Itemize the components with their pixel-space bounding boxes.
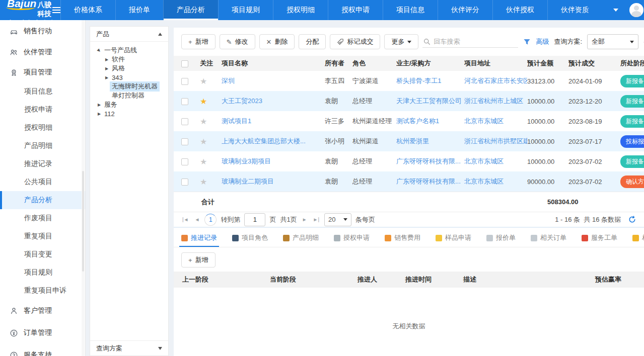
nav-item-auth-detail[interactable]: 授权明细 <box>273 0 328 20</box>
project-name-link[interactable]: 玻璃制业3期项目 <box>222 157 271 165</box>
scheme-select[interactable]: 全部 <box>587 34 638 49</box>
nav-item-partner-quality[interactable]: 伙伴资质 <box>547 0 602 20</box>
nav-more-caret-icon[interactable] <box>602 0 629 20</box>
detail-add-button[interactable]: +新增 <box>181 252 216 268</box>
filter-funnel-icon[interactable] <box>523 38 531 46</box>
collapsed-arrow-icon[interactable]: ▶ <box>96 112 102 116</box>
sidebar-item-project-info[interactable]: 项目信息 <box>0 82 85 101</box>
buyer-link[interactable]: 广东呀呀呀科技有限... <box>396 157 461 165</box>
col-role[interactable]: 角色 <box>352 59 396 68</box>
table-row[interactable]: ★ 上海大大航空集团总部大楼... 张小明 杭州渠道 杭州爱浙里 浙江省杭州市拱… <box>174 131 644 151</box>
nav-item-quotation[interactable]: 报价单 <box>115 0 163 20</box>
tree-node-112[interactable]: ▶112 <box>90 109 168 118</box>
project-name-link[interactable]: 玻璃制业二期项目 <box>222 177 274 185</box>
sidebar-item-auth-detail[interactable]: 授权明细 <box>0 119 85 137</box>
first-page-icon[interactable]: |◄ <box>181 217 190 222</box>
tree-node-software[interactable]: ▶软件 <box>90 55 168 64</box>
collapsed-arrow-icon[interactable]: ▶ <box>104 57 110 62</box>
row-checkbox[interactable] <box>181 158 188 165</box>
sidebar-group-sales-action[interactable]: 销售行动 <box>0 20 85 42</box>
sidebar-group-partner-mgmt[interactable]: 伙伴管理 <box>0 42 85 62</box>
project-name-link[interactable]: 上海大大航空集团总部大楼... <box>222 137 306 145</box>
project-name-link[interactable]: 测试项目1 <box>222 117 251 125</box>
tab-progress-record[interactable]: 推进记录 <box>181 229 217 247</box>
table-row[interactable]: ★ 玻璃制业3期项目 袁朗 总经理 广东呀呀呀科技有限... 北京市东城区 10… <box>174 151 644 171</box>
sidebar-group-service-support[interactable]: 服务支持 <box>0 344 85 356</box>
per-page-select[interactable]: 20 <box>324 213 351 226</box>
tab-related-orders[interactable]: 相关订单 <box>531 229 566 247</box>
address-link[interactable]: 北京市东城区 <box>464 157 504 165</box>
buyer-link[interactable]: 天津大王工贸有限公司 <box>396 97 462 105</box>
buyer-link[interactable]: 桥头排骨-李工1 <box>396 77 442 84</box>
table-row[interactable]: ★ 测试项目1 许三多 杭州渠道经理 测试客户名称1 北京市东城区 10000.… <box>174 111 644 131</box>
collapsed-arrow-icon[interactable]: ▶ <box>104 66 110 71</box>
sidebar-item-product-detail[interactable]: 产品明细 <box>0 137 85 155</box>
col-owner[interactable]: 所有者 <box>325 59 352 68</box>
menu-toggle-icon[interactable] <box>52 0 60 20</box>
last-page-icon[interactable]: ►| <box>312 217 321 222</box>
tab-sample-apply[interactable]: 样品申请 <box>436 229 471 247</box>
star-icon[interactable]: ★ <box>200 97 207 106</box>
tab-quotation[interactable]: 报价单 <box>486 229 516 247</box>
col-address[interactable]: 项目地址 <box>464 59 527 68</box>
sidebar-scrollbar[interactable] <box>82 20 85 356</box>
sidebar-item-public-project[interactable]: 公共项目 <box>0 173 85 191</box>
advanced-search-link[interactable]: 高级 <box>536 37 549 46</box>
sidebar-group-customer-mgmt[interactable]: 客户管理 <box>0 300 85 322</box>
sidebar-item-project-rules[interactable]: 项目规则 <box>0 263 85 282</box>
select-all-checkbox[interactable] <box>181 60 188 67</box>
col-close-date[interactable]: 预计成交 <box>568 59 620 68</box>
tree-node-343[interactable]: ▶343 <box>90 73 168 82</box>
sidebar-item-project-change[interactable]: 项目变更 <box>0 245 85 263</box>
col-follow[interactable]: 关注 <box>200 59 222 68</box>
address-link[interactable]: 浙江省杭州市上城区 <box>464 97 523 105</box>
star-icon[interactable]: ★ <box>200 137 207 146</box>
next-page-icon[interactable]: ► <box>301 217 308 222</box>
row-checkbox[interactable] <box>181 98 188 105</box>
row-checkbox[interactable] <box>181 118 188 125</box>
nav-item-partner-score[interactable]: 伙伴评分 <box>438 0 492 20</box>
address-link[interactable]: 北京市东城区 <box>464 117 504 125</box>
sidebar-item-duplicate-appeal[interactable]: 重复项目申诉 <box>0 282 85 300</box>
sidebar-group-project-mgmt[interactable]: 项目管理 <box>0 62 85 82</box>
buyer-link[interactable]: 广东呀呀呀科技有限... <box>396 177 461 185</box>
star-icon[interactable]: ★ <box>200 177 207 186</box>
nav-item-product-analysis[interactable]: 产品分析 <box>163 0 218 20</box>
table-row[interactable]: ★ 大王工贸2023 袁朗 总经理 天津大王工贸有限公司 浙江省杭州市上城区 1… <box>174 91 644 111</box>
tree-node-style[interactable]: ▶风格 <box>90 64 168 73</box>
tree-node-time-machine[interactable]: 无悔牌时光机器 <box>90 82 168 91</box>
sidebar-item-auth-apply[interactable]: 授权申请 <box>0 101 85 119</box>
tab-service-ticket[interactable]: 服务工单 <box>582 229 617 247</box>
add-button[interactable]: +新增 <box>181 34 216 49</box>
current-page-button[interactable]: 1 <box>204 214 217 226</box>
tab-project-roles[interactable]: 项目角色 <box>232 229 268 247</box>
tree-node-service[interactable]: ▶服务 <box>90 100 168 109</box>
edit-button[interactable]: ✎修改 <box>220 34 255 49</box>
col-project-name[interactable]: 项目名称 <box>222 59 325 68</box>
col-amount[interactable]: 预计金额 <box>527 59 568 68</box>
sidebar-group-order-mgmt[interactable]: 订单管理 <box>0 322 85 344</box>
more-button[interactable]: 更多 <box>384 34 418 49</box>
nav-item-project-info[interactable]: 项目信息 <box>383 0 438 20</box>
delete-button[interactable]: ✕删除 <box>259 34 295 49</box>
project-name-link[interactable]: 深圳 <box>222 77 235 84</box>
col-stage[interactable]: 所处阶段 <box>620 59 644 68</box>
nav-item-partner-auth[interactable]: 伙伴授权 <box>492 0 547 20</box>
tab-sales-expense[interactable]: 销售费用 <box>385 229 420 247</box>
star-icon[interactable]: ★ <box>200 77 207 85</box>
address-link[interactable]: 北京市东城区 <box>464 177 504 185</box>
table-row[interactable]: ★ 玻璃制业二期项目 袁朗 总经理 广东呀呀呀科技有限... 北京市东城区 90… <box>174 171 644 192</box>
collapsed-arrow-icon[interactable]: ▶ <box>96 103 102 107</box>
row-checkbox[interactable] <box>181 78 188 85</box>
sidebar-item-void-project[interactable]: 作废项目 <box>0 209 85 227</box>
buyer-link[interactable]: 杭州爱浙里 <box>396 137 429 145</box>
sidebar-item-product-analysis[interactable]: 产品分析 <box>0 191 85 209</box>
address-link[interactable]: 浙江省杭州市拱墅区建国北... <box>464 137 527 145</box>
table-row[interactable]: ★ 深圳 李五四 宁波渠道 桥头排骨-李工1 河北省石家庄市长安区 33123.… <box>174 71 644 91</box>
collapsed-arrow-icon[interactable]: ▶ <box>104 75 110 80</box>
search-input[interactable] <box>434 38 517 45</box>
address-link[interactable]: 河北省石家庄市长安区 <box>464 77 527 84</box>
assign-button[interactable]: 分配 <box>299 34 326 49</box>
nav-item-price-system[interactable]: 价格体系 <box>60 0 115 20</box>
collapse-up-icon[interactable] <box>158 33 162 36</box>
